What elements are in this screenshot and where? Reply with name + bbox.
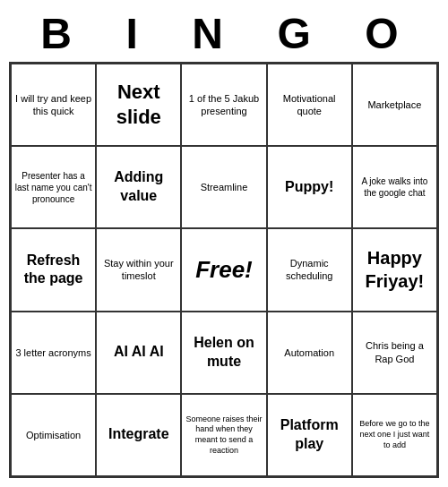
title-n: N [192, 9, 232, 58]
cell-0-1: Next slide [96, 64, 181, 146]
title-b: B [40, 9, 81, 58]
cell-4-0: Optimisation [11, 394, 96, 476]
cell-4-3: Platform play [267, 394, 352, 476]
cell-2-1: Stay within your timeslot [96, 228, 181, 311]
cell-4-2: Someone raises their hand when they mean… [181, 394, 266, 476]
bingo-grid: I will try and keep this quick Next slid… [9, 62, 439, 478]
title-i: I [125, 9, 146, 58]
cell-3-1: AI AI AI [96, 312, 181, 394]
cell-1-1: Adding value [96, 146, 181, 228]
cell-3-2: Helen on mute [181, 312, 266, 394]
bingo-title: B I N G O [9, 9, 439, 58]
cell-0-4: Marketplace [352, 64, 437, 146]
cell-0-3: Motivational quote [267, 64, 352, 146]
cell-2-3: Dynamic scheduling [267, 228, 352, 311]
cell-1-2: Streamline [181, 146, 266, 228]
cell-3-4: Chris being a Rap God [352, 312, 437, 394]
cell-4-4: Before we go to the next one I just want… [352, 394, 437, 476]
title-g: G [277, 9, 319, 58]
cell-1-3: Puppy! [267, 146, 352, 228]
cell-2-2: Free! [181, 228, 266, 311]
cell-3-0: 3 letter acronyms [11, 312, 96, 394]
cell-1-0: Presenter has a last name you can't pron… [11, 146, 96, 228]
cell-0-2: 1 of the 5 Jakub presenting [181, 64, 266, 146]
title-o: O [365, 9, 407, 58]
cell-2-4: Happy Friyay! [352, 228, 437, 311]
cell-0-0: I will try and keep this quick [11, 64, 96, 146]
cell-1-4: A joke walks into the google chat [352, 146, 437, 228]
cell-2-0: Refresh the page [11, 228, 96, 311]
cell-4-1: Integrate [96, 394, 181, 476]
cell-3-3: Automation [267, 312, 352, 394]
